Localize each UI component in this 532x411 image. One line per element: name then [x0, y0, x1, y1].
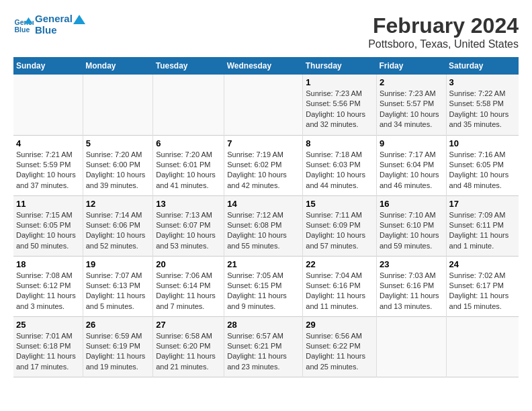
calendar-cell: 22Sunrise: 7:04 AMSunset: 6:16 PMDayligh… [303, 256, 377, 316]
page-title: February 2024 [368, 13, 519, 38]
cell-info: Sunrise: 7:09 AMSunset: 6:11 PMDaylight:… [449, 210, 516, 252]
calendar-week-row: 4Sunrise: 7:21 AMSunset: 5:59 PMDaylight… [13, 135, 519, 195]
calendar-cell [376, 316, 446, 377]
cell-info: Sunrise: 7:02 AMSunset: 6:17 PMDaylight:… [449, 271, 516, 312]
weekday-header-tuesday: Tuesday [153, 57, 224, 75]
day-number: 17 [449, 199, 516, 209]
calendar-cell: 19Sunrise: 7:07 AMSunset: 6:13 PMDayligh… [83, 256, 153, 316]
day-number: 9 [380, 138, 443, 148]
calendar-week-row: 25Sunrise: 7:01 AMSunset: 6:18 PMDayligh… [13, 316, 519, 377]
cell-info: Sunrise: 7:20 AMSunset: 6:01 PMDaylight:… [156, 150, 221, 191]
calendar-cell: 24Sunrise: 7:02 AMSunset: 6:17 PMDayligh… [446, 256, 519, 316]
day-number: 14 [227, 199, 300, 209]
cell-info: Sunrise: 7:10 AMSunset: 6:10 PMDaylight:… [380, 210, 443, 252]
cell-info: Sunrise: 7:23 AMSunset: 5:56 PMDaylight:… [306, 89, 373, 130]
calendar-cell: 1Sunrise: 7:23 AMSunset: 5:56 PMDaylight… [303, 75, 377, 135]
calendar-cell: 12Sunrise: 7:14 AMSunset: 6:06 PMDayligh… [83, 195, 153, 256]
calendar-cell [446, 316, 519, 377]
cell-info: Sunrise: 7:20 AMSunset: 6:00 PMDaylight:… [86, 150, 150, 191]
cell-info: Sunrise: 7:19 AMSunset: 6:02 PMDaylight:… [227, 150, 300, 191]
weekday-header-row: SundayMondayTuesdayWednesdayThursdayFrid… [13, 57, 519, 75]
calendar-cell: 7Sunrise: 7:19 AMSunset: 6:02 PMDaylight… [224, 135, 303, 195]
cell-info: Sunrise: 6:58 AMSunset: 6:20 PMDaylight:… [156, 331, 221, 373]
calendar-cell: 14Sunrise: 7:12 AMSunset: 6:08 PMDayligh… [224, 195, 303, 256]
svg-text:Blue: Blue [15, 25, 30, 33]
cell-info: Sunrise: 7:01 AMSunset: 6:18 PMDaylight:… [16, 331, 80, 373]
cell-info: Sunrise: 7:12 AMSunset: 6:08 PMDaylight:… [227, 210, 300, 252]
day-number: 19 [86, 259, 150, 269]
day-number: 24 [449, 259, 516, 269]
calendar-cell: 23Sunrise: 7:03 AMSunset: 6:16 PMDayligh… [376, 256, 446, 316]
cell-info: Sunrise: 7:03 AMSunset: 6:16 PMDaylight:… [380, 271, 443, 312]
calendar-table: SundayMondayTuesdayWednesdayThursdayFrid… [13, 57, 519, 377]
calendar-cell: 5Sunrise: 7:20 AMSunset: 6:00 PMDaylight… [83, 135, 153, 195]
day-number: 21 [227, 259, 300, 269]
day-number: 13 [156, 199, 221, 209]
calendar-cell: 13Sunrise: 7:13 AMSunset: 6:07 PMDayligh… [153, 195, 224, 256]
cell-info: Sunrise: 7:21 AMSunset: 5:59 PMDaylight:… [16, 150, 80, 191]
day-number: 12 [86, 199, 150, 209]
calendar-cell: 29Sunrise: 6:56 AMSunset: 6:22 PMDayligh… [303, 316, 377, 377]
day-number: 7 [227, 138, 300, 148]
day-number: 28 [227, 320, 300, 330]
calendar-cell: 2Sunrise: 7:23 AMSunset: 5:57 PMDaylight… [376, 75, 446, 135]
cell-info: Sunrise: 7:22 AMSunset: 5:58 PMDaylight:… [449, 89, 516, 130]
day-number: 23 [380, 259, 443, 269]
cell-info: Sunrise: 7:05 AMSunset: 6:15 PMDaylight:… [227, 271, 300, 312]
cell-info: Sunrise: 7:04 AMSunset: 6:16 PMDaylight:… [306, 271, 373, 312]
calendar-cell: 18Sunrise: 7:08 AMSunset: 6:12 PMDayligh… [13, 256, 83, 316]
cell-info: Sunrise: 7:17 AMSunset: 6:04 PMDaylight:… [380, 150, 443, 191]
cell-info: Sunrise: 7:08 AMSunset: 6:12 PMDaylight:… [16, 271, 80, 312]
weekday-header-thursday: Thursday [303, 57, 377, 75]
svg-marker-3 [73, 15, 85, 24]
day-number: 27 [156, 320, 221, 330]
logo-general: General [35, 13, 73, 24]
calendar-cell: 26Sunrise: 6:59 AMSunset: 6:19 PMDayligh… [83, 316, 153, 377]
day-number: 15 [306, 199, 373, 209]
calendar-cell: 21Sunrise: 7:05 AMSunset: 6:15 PMDayligh… [224, 256, 303, 316]
title-block: February 2024 Pottsboro, Texas, United S… [368, 13, 519, 50]
calendar-cell: 3Sunrise: 7:22 AMSunset: 5:58 PMDaylight… [446, 75, 519, 135]
weekday-header-friday: Friday [376, 57, 446, 75]
page-header: General Blue General Blue February 2024 … [13, 13, 519, 50]
day-number: 10 [449, 138, 516, 148]
day-number: 11 [16, 199, 80, 209]
cell-info: Sunrise: 7:18 AMSunset: 6:03 PMDaylight:… [306, 150, 373, 191]
day-number: 18 [16, 259, 80, 269]
day-number: 4 [16, 138, 80, 148]
day-number: 16 [380, 199, 443, 209]
day-number: 20 [156, 259, 221, 269]
calendar-cell: 16Sunrise: 7:10 AMSunset: 6:10 PMDayligh… [376, 195, 446, 256]
cell-info: Sunrise: 7:14 AMSunset: 6:06 PMDaylight:… [86, 210, 150, 252]
cell-info: Sunrise: 7:11 AMSunset: 6:09 PMDaylight:… [306, 210, 373, 252]
logo-blue: Blue [35, 25, 86, 36]
day-number: 8 [306, 138, 373, 148]
logo-icon: General Blue [13, 15, 34, 35]
day-number: 25 [16, 320, 80, 330]
calendar-cell [13, 75, 83, 135]
weekday-header-sunday: Sunday [13, 57, 83, 75]
cell-info: Sunrise: 6:59 AMSunset: 6:19 PMDaylight:… [86, 331, 150, 373]
calendar-cell: 6Sunrise: 7:20 AMSunset: 6:01 PMDaylight… [153, 135, 224, 195]
day-number: 29 [306, 320, 373, 330]
calendar-cell: 27Sunrise: 6:58 AMSunset: 6:20 PMDayligh… [153, 316, 224, 377]
calendar-cell: 8Sunrise: 7:18 AMSunset: 6:03 PMDaylight… [303, 135, 377, 195]
logo-bird-icon [73, 15, 85, 24]
calendar-cell: 4Sunrise: 7:21 AMSunset: 5:59 PMDaylight… [13, 135, 83, 195]
calendar-week-row: 11Sunrise: 7:15 AMSunset: 6:05 PMDayligh… [13, 195, 519, 256]
cell-info: Sunrise: 7:23 AMSunset: 5:57 PMDaylight:… [380, 89, 443, 130]
day-number: 5 [86, 138, 150, 148]
cell-info: Sunrise: 7:07 AMSunset: 6:13 PMDaylight:… [86, 271, 150, 312]
day-number: 6 [156, 138, 221, 148]
weekday-header-saturday: Saturday [446, 57, 519, 75]
cell-info: Sunrise: 6:56 AMSunset: 6:22 PMDaylight:… [306, 331, 373, 373]
calendar-cell: 20Sunrise: 7:06 AMSunset: 6:14 PMDayligh… [153, 256, 224, 316]
weekday-header-monday: Monday [83, 57, 153, 75]
day-number: 22 [306, 259, 373, 269]
calendar-cell: 28Sunrise: 6:57 AMSunset: 6:21 PMDayligh… [224, 316, 303, 377]
weekday-header-wednesday: Wednesday [224, 57, 303, 75]
calendar-week-row: 1Sunrise: 7:23 AMSunset: 5:56 PMDaylight… [13, 75, 519, 135]
day-number: 2 [380, 77, 443, 87]
calendar-cell: 11Sunrise: 7:15 AMSunset: 6:05 PMDayligh… [13, 195, 83, 256]
cell-info: Sunrise: 7:13 AMSunset: 6:07 PMDaylight:… [156, 210, 221, 252]
